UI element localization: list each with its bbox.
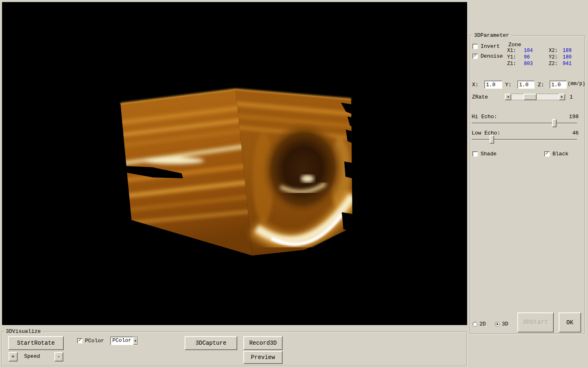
- check-icon: ✓: [78, 338, 81, 343]
- zone-x1-value: 104: [524, 48, 533, 54]
- scale-unit-label: (mm/p): [568, 81, 585, 87]
- visualize-group-title: 3DVisualize: [4, 328, 42, 334]
- zone-y2-label: Y2:: [549, 54, 558, 60]
- zrate-scroll-right-button[interactable]: ►: [559, 94, 565, 100]
- 3dstart-button[interactable]: 3DStart: [517, 312, 554, 332]
- shade-checkbox[interactable]: ✓: [472, 151, 478, 157]
- zone-x1-label: X1:: [507, 48, 516, 54]
- pcolor-dropdown-value: PColor: [111, 337, 133, 345]
- zrate-value: 1: [570, 94, 573, 100]
- zone-x2-label: X2:: [549, 48, 558, 54]
- radio-dot-icon: [497, 323, 498, 325]
- scale-z-label: Z:: [538, 82, 544, 88]
- mode-2d-radio[interactable]: [472, 322, 477, 327]
- preview-button[interactable]: Preview: [243, 351, 283, 364]
- speed-label: Speed: [24, 353, 40, 359]
- scale-x-input[interactable]: [484, 81, 502, 89]
- zone-y2-value: 180: [563, 54, 572, 60]
- zone-title: Zone: [508, 42, 521, 48]
- pcolor-checkbox[interactable]: ✓: [77, 338, 82, 343]
- zone-y1-label: Y1:: [507, 54, 516, 60]
- low-echo-slider-thumb[interactable]: [490, 135, 494, 144]
- parameter-groupbox: [470, 35, 585, 334]
- chevron-down-icon: ▼: [134, 339, 136, 343]
- zrate-label: ZRate: [472, 94, 488, 100]
- denoise-checkbox[interactable]: ✓: [472, 54, 478, 59]
- shade-label: Shade: [481, 151, 497, 157]
- render-viewport[interactable]: [2, 2, 467, 325]
- scale-y-input[interactable]: [517, 81, 535, 89]
- denoise-label: Denoise: [481, 53, 503, 59]
- start-rotate-button[interactable]: StartRotate: [8, 336, 64, 350]
- zrate-scrollbar-track[interactable]: [511, 94, 559, 100]
- check-icon: ✓: [546, 151, 548, 156]
- hi-echo-slider-track[interactable]: [472, 123, 577, 123]
- scroll-right-icon: ►: [561, 95, 563, 99]
- speed-minus-button[interactable]: -: [54, 352, 63, 361]
- record3d-button[interactable]: Record3D: [243, 336, 283, 350]
- low-echo-value: 46: [566, 130, 579, 136]
- scroll-left-icon: ◄: [507, 95, 509, 99]
- hi-echo-value: 198: [566, 114, 579, 120]
- black-label: Black: [552, 151, 568, 157]
- black-checkbox[interactable]: ✓: [544, 151, 550, 157]
- zrate-scroll-left-button[interactable]: ◄: [505, 94, 511, 100]
- zone-z1-label: Z1:: [507, 61, 516, 67]
- low-echo-label: Low Echo:: [472, 130, 500, 136]
- hi-echo-label: Hi Echo:: [472, 114, 497, 120]
- parameter-group-title: 3DParameter: [472, 32, 511, 38]
- zone-z2-label: Z2:: [549, 61, 558, 67]
- ok-button[interactable]: OK: [559, 312, 581, 332]
- scale-z-input[interactable]: [550, 81, 567, 89]
- pcolor-dropdown[interactable]: PColor ▼: [110, 337, 138, 345]
- 3dcapture-button[interactable]: 3DCapture: [185, 336, 237, 350]
- invert-checkbox[interactable]: ✓: [472, 44, 478, 49]
- pcolor-dropdown-button[interactable]: ▼: [133, 337, 138, 345]
- low-echo-slider-track[interactable]: [472, 139, 577, 140]
- mode-2d-label: 2D: [479, 321, 486, 327]
- zrate-scrollbar-thumb[interactable]: [523, 94, 537, 100]
- ultrasound-volume-render: [2, 2, 467, 325]
- scale-x-label: X:: [472, 82, 479, 88]
- speed-plus-button[interactable]: +: [9, 352, 18, 361]
- zone-y1-value: 96: [524, 54, 530, 60]
- mode-3d-radio[interactable]: [495, 322, 500, 327]
- check-icon: ✓: [474, 54, 477, 58]
- zrate-scrollbar[interactable]: ◄ ►: [505, 94, 565, 100]
- hi-echo-slider-thumb[interactable]: [552, 119, 557, 127]
- mode-3d-label: 3D: [502, 321, 508, 327]
- pcolor-label: PColor: [85, 338, 104, 344]
- invert-label: Invert: [481, 43, 500, 49]
- zone-z1-value: 803: [524, 61, 533, 67]
- zone-x2-value: 189: [563, 48, 572, 54]
- zone-z2-value: 941: [563, 61, 572, 67]
- scale-y-label: Y:: [505, 82, 512, 88]
